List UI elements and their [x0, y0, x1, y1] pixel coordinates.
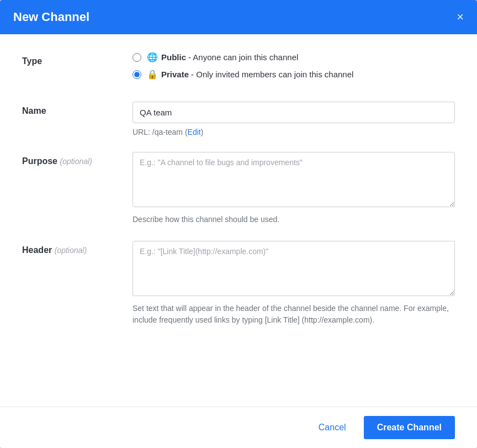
url-prefix: URL: /qa-team ( [132, 128, 188, 136]
private-radio[interactable] [132, 70, 141, 79]
header-optional-label: (optional) [55, 246, 87, 255]
name-row: Name URL: /qa-team (Edit) [22, 102, 455, 136]
modal-body: Type 🌐 Public - Anyone can join this cha… [0, 34, 477, 407]
name-label-col: Name [22, 102, 132, 136]
name-content-col: URL: /qa-team (Edit) [132, 102, 455, 136]
header-label-col: Header (optional) [22, 241, 132, 326]
purpose-optional-label: (optional) [60, 157, 92, 166]
public-option[interactable]: 🌐 Public - Anyone can join this channel [132, 52, 455, 62]
cancel-button[interactable]: Cancel [310, 417, 355, 438]
header-row: Header (optional) Set text that will app… [22, 241, 455, 326]
type-label: Type [22, 56, 42, 66]
header-textarea[interactable] [132, 241, 455, 296]
header-hint: Set text that will appear in the header … [132, 303, 455, 326]
purpose-row: Purpose (optional) Describe how this cha… [22, 152, 455, 225]
type-content-col: 🌐 Public - Anyone can join this channel … [132, 52, 455, 86]
private-description: - Only invited members can join this cha… [191, 70, 353, 79]
purpose-content-col: Describe how this channel should be used… [132, 152, 455, 225]
type-row: Type 🌐 Public - Anyone can join this cha… [22, 52, 455, 86]
purpose-label-col: Purpose (optional) [22, 152, 132, 225]
close-button[interactable]: × [457, 11, 464, 23]
purpose-hint: Describe how this channel should be used… [132, 214, 455, 225]
public-radio[interactable] [132, 53, 141, 62]
purpose-label: Purpose [22, 156, 57, 166]
modal-title: New Channel [13, 10, 89, 24]
public-label: Public [161, 52, 186, 62]
private-option[interactable]: 🔒 Private - Only invited members can joi… [132, 69, 455, 80]
header-content-col: Set text that will appear in the header … [132, 241, 455, 326]
url-hint: URL: /qa-team (Edit) [132, 128, 455, 136]
private-label: Private [161, 70, 189, 79]
name-label: Name [22, 106, 46, 115]
url-suffix: ) [201, 128, 204, 136]
create-channel-button[interactable]: Create Channel [364, 416, 455, 439]
edit-url-link[interactable]: Edit [188, 128, 201, 136]
modal-header: New Channel × [0, 0, 477, 34]
lock-icon: 🔒 [147, 69, 158, 80]
type-label-col: Type [22, 52, 132, 86]
purpose-textarea[interactable] [132, 152, 455, 207]
header-label: Header [22, 245, 52, 255]
new-channel-modal: New Channel × Type 🌐 Public - Anyone can… [0, 0, 477, 448]
modal-footer: Cancel Create Channel [0, 407, 477, 448]
name-input[interactable] [132, 102, 455, 123]
globe-icon: 🌐 [147, 52, 158, 62]
public-description: - Anyone can join this channel [188, 52, 298, 62]
